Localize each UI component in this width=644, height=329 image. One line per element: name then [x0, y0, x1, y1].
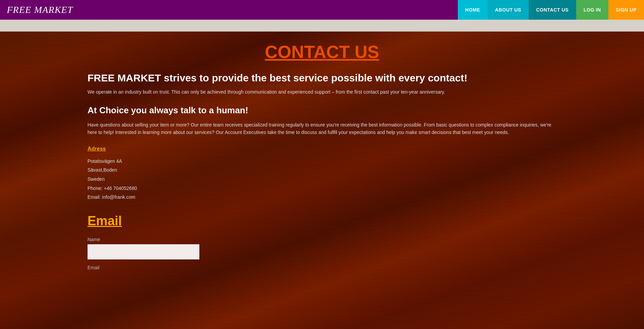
section-title: At Choice you always talk to a human!	[87, 105, 557, 116]
phone: Phone: +46 704052680	[87, 184, 557, 193]
email-section-title: Email	[87, 214, 557, 228]
name-label: Name	[87, 237, 557, 242]
logo: FREE MARKET	[7, 4, 73, 15]
main-nav: HOME ABOUT US CONTACT US LOG IN SIGN UP	[458, 0, 644, 20]
headline: FREE MARKET strives to provide the best …	[87, 72, 557, 84]
name-input[interactable]	[87, 244, 199, 259]
address-heading[interactable]: Adress	[87, 146, 557, 152]
login-button[interactable]: LOG IN	[576, 0, 608, 20]
contact-button[interactable]: CONTACT US	[529, 0, 576, 20]
address-block: Potatisvägen 4A Sävast,Boden Sweden Phon…	[87, 157, 557, 202]
email-contact: Email: info@frank.com	[87, 193, 557, 202]
about-button[interactable]: ABOUT US	[488, 0, 529, 20]
page-title: CONTACT US	[87, 42, 557, 62]
main-content: CONTACT US FREE MARKET strives to provid…	[0, 32, 644, 329]
intro-text: We operate in an industry built on trust…	[87, 89, 557, 96]
address-line2: Sävast,Boden	[87, 166, 557, 175]
address-line3: Sweden	[87, 175, 557, 184]
address-line1: Potatisvägen 4A	[87, 157, 557, 166]
name-field-group: Name	[87, 237, 557, 259]
email-label: Email	[87, 265, 557, 270]
subheader-bar	[0, 20, 644, 32]
content-wrapper: CONTACT US FREE MARKET strives to provid…	[87, 42, 557, 270]
header: FREE MARKET HOME ABOUT US CONTACT US LOG…	[0, 0, 644, 20]
body-text: Have questions about selling your item o…	[87, 121, 557, 136]
signup-button[interactable]: SIGN UP	[608, 0, 644, 20]
home-button[interactable]: HOME	[458, 0, 488, 20]
email-field-group: Email	[87, 265, 557, 270]
